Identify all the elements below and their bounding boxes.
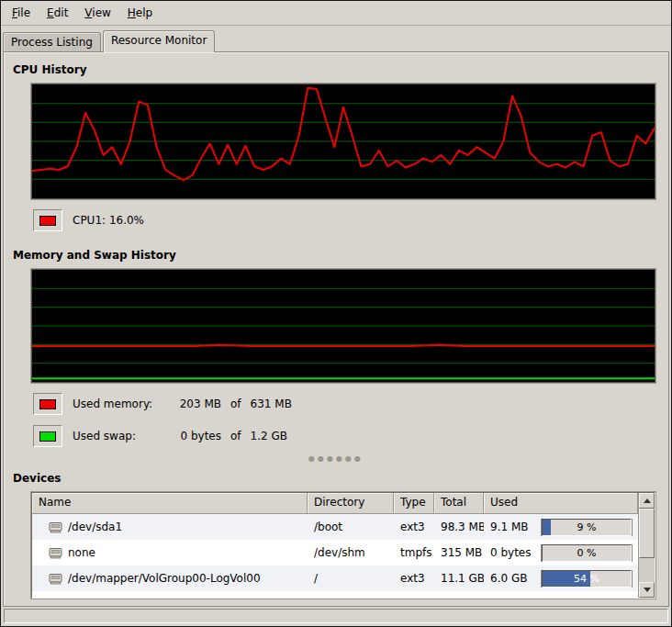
usage-percent-label: 0 % <box>543 545 631 561</box>
cpu-history-title: CPU History <box>13 63 661 76</box>
swap-total-value: 1.2 GB <box>251 430 287 442</box>
cpu1-legend-label: CPU1: 16.0% <box>73 214 144 227</box>
device-directory: /dev/shm <box>308 546 394 559</box>
arrow-up-icon <box>644 498 651 503</box>
usage-progress-bar: 54 % <box>542 570 632 588</box>
drive-icon <box>49 547 62 559</box>
device-row[interactable]: /dev/mapper/VolGroup00-LogVol00 / ext3 1… <box>32 565 638 591</box>
used-swap-value: 0 bytes <box>168 430 221 442</box>
scroll-down-button[interactable] <box>639 582 655 598</box>
menu-file[interactable]: File <box>4 3 39 23</box>
tab-resource-monitor[interactable]: Resource Monitor <box>103 30 215 52</box>
device-row[interactable]: none /dev/shm tmpfs 315 MB 0 bytes 0 % <box>32 540 638 565</box>
menu-view[interactable]: View <box>76 3 118 23</box>
column-header-type[interactable]: Type <box>394 493 434 514</box>
device-name: /dev/sda1 <box>68 521 122 533</box>
used-memory-label: Used memory: <box>73 397 168 410</box>
cpu-history-chart <box>32 84 655 198</box>
cpu1-swatch-color <box>39 216 56 226</box>
device-used: 6.0 GB <box>490 572 542 585</box>
used-swap-of: of <box>230 430 241 442</box>
memory-legend-row: Used memory: 203 MB of 631 MB <box>33 392 661 416</box>
column-header-directory[interactable]: Directory <box>308 493 394 514</box>
scroll-up-button[interactable] <box>639 493 655 509</box>
device-name: /dev/mapper/VolGroup00-LogVol00 <box>68 572 261 585</box>
device-directory: /boot <box>308 521 394 533</box>
menu-edit[interactable]: Edit <box>39 3 76 23</box>
memory-history-title: Memory and Swap History <box>13 249 661 262</box>
resource-monitor-page: CPU History CPU1: 16.0% Memory and Swap … <box>3 51 669 607</box>
device-total: 11.1 GB <box>434 572 484 585</box>
column-header-total[interactable]: Total <box>434 493 484 514</box>
device-total: 315 MB <box>434 546 484 559</box>
device-used: 0 bytes <box>490 546 542 559</box>
system-monitor-window: File Edit View Help Process Listing Reso… <box>0 0 672 627</box>
usage-percent-label: 9 % <box>543 520 631 535</box>
tab-process-listing[interactable]: Process Listing <box>3 32 101 51</box>
devices-table-header: Name Directory Type Total Used <box>32 493 638 514</box>
used-swap-color-swatch <box>33 425 62 447</box>
tab-bar: Process Listing Resource Monitor <box>1 26 671 51</box>
swap-legend-row: Used swap: 0 bytes of 1.2 GB <box>33 424 661 448</box>
used-swap-label: Used swap: <box>73 430 168 442</box>
cpu1-color-swatch <box>33 209 62 231</box>
device-used: 9.1 MB <box>490 521 542 533</box>
usage-progress-bar: 9 % <box>542 519 632 536</box>
used-swap-swatch-color <box>39 431 56 442</box>
devices-title: Devices <box>13 472 661 485</box>
device-type: ext3 <box>394 572 434 585</box>
used-memory-swatch-color <box>39 399 56 409</box>
status-bar <box>1 607 671 626</box>
drive-icon <box>49 573 62 585</box>
pane-resize-handle[interactable]: ●●●●●● <box>11 455 661 466</box>
vertical-scrollbar[interactable] <box>638 493 655 598</box>
drive-icon <box>49 521 62 533</box>
device-directory: / <box>308 572 394 585</box>
devices-body: /dev/sda1 /boot ext3 98.3 MB 9.1 MB 9 % … <box>32 514 638 598</box>
cpu-history-graph <box>31 84 655 199</box>
used-memory-value: 203 MB <box>168 397 221 410</box>
device-name: none <box>68 546 95 559</box>
devices-table-main: Name Directory Type Total Used /dev/sda1… <box>32 493 638 598</box>
column-header-name[interactable]: Name <box>32 493 308 514</box>
memory-swap-graph <box>31 269 655 383</box>
usage-progress-bar: 0 % <box>542 544 632 562</box>
menu-help[interactable]: Help <box>119 3 161 23</box>
device-type: tmpfs <box>394 546 434 559</box>
device-type: ext3 <box>394 521 434 533</box>
used-memory-color-swatch <box>33 393 62 415</box>
scrollbar-track[interactable] <box>639 509 655 582</box>
usage-percent-label: 54 % <box>543 571 631 587</box>
status-message-area <box>4 609 668 623</box>
arrow-down-icon <box>644 588 651 592</box>
memory-swap-chart <box>32 270 655 382</box>
devices-table: Name Directory Type Total Used /dev/sda1… <box>31 492 655 599</box>
scrollbar-thumb[interactable] <box>639 509 655 558</box>
used-memory-of: of <box>230 397 241 410</box>
memory-total-value: 631 MB <box>251 397 292 410</box>
device-total: 98.3 MB <box>434 521 484 533</box>
menu-bar: File Edit View Help <box>1 1 671 26</box>
device-row[interactable]: /dev/sda1 /boot ext3 98.3 MB 9.1 MB 9 % <box>32 514 638 540</box>
column-header-used[interactable]: Used <box>484 493 638 514</box>
cpu-legend-row: CPU1: 16.0% <box>33 208 661 232</box>
